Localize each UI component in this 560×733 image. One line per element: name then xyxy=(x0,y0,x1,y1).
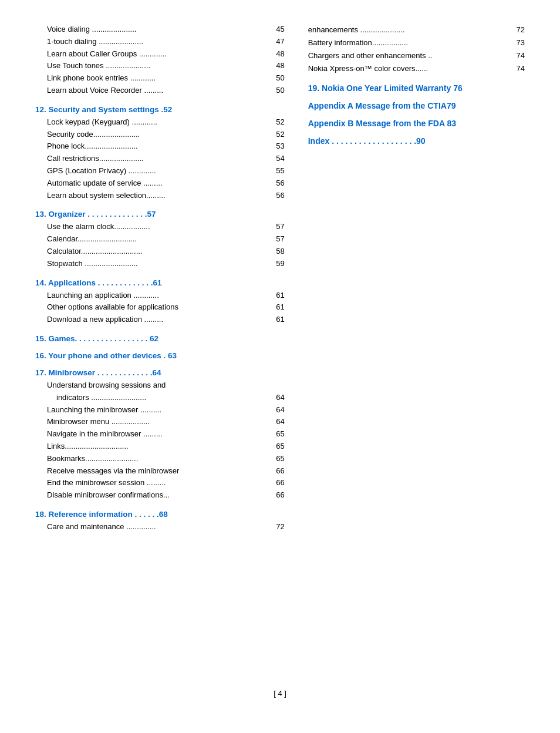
appendix-a-header: Appendix A Message from the CTIA79 xyxy=(308,101,525,110)
list-item: Chargers and other enhancements .. 74 xyxy=(308,49,525,62)
list-item: 1-touch dialing ..................... 47 xyxy=(35,36,285,48)
left-column: Voice dialing ..................... 45 1… xyxy=(35,23,296,671)
list-item: Bookmarks......................... 65 xyxy=(35,453,285,465)
section-header-12: 12. Security and System settings .52 xyxy=(35,105,285,114)
appendix-a: Appendix A Message from the CTIA79 xyxy=(308,101,525,110)
list-item: Links.............................. 65 xyxy=(35,441,285,453)
list-item: Security code...................... 52 xyxy=(35,129,285,141)
section-header-14: 14. Applications . . . . . . . . . . . .… xyxy=(35,278,285,287)
list-item: End the minibrowser session ......... 66 xyxy=(35,477,285,489)
section-19: 19. Nokia One Year Limited Warranty 76 xyxy=(308,83,525,93)
list-item: Lock keypad (Keyguard) ............ 52 xyxy=(35,116,285,129)
list-item: Learn about system selection......... 56 xyxy=(35,190,285,202)
section-17: 17. Minibrowser . . . . . . . . . . . . … xyxy=(35,368,285,502)
section-16: 16. Your phone and other devices . 63 xyxy=(35,351,285,360)
list-item: indicators .......................... 64 xyxy=(35,392,285,404)
list-item: Calculator............................. … xyxy=(35,246,285,258)
list-item: Learn about Voice Recorder ......... 50 xyxy=(35,85,285,97)
index-section: Index . . . . . . . . . . . . . . . . . … xyxy=(308,136,525,146)
list-item: GPS (Location Privacy) ............. 55 xyxy=(35,165,285,177)
list-item: Voice dialing ..................... 45 xyxy=(35,23,285,36)
section-13: 13. Organizer . . . . . . . . . . . . . … xyxy=(35,210,285,270)
list-item: Care and maintenance .............. 72 xyxy=(35,521,285,533)
right-top-items: enhancements ..................... 72 Ba… xyxy=(308,23,525,75)
list-item: Use the alarm clock................. 57 xyxy=(35,221,285,233)
section-12: 12. Security and System settings .52 Loc… xyxy=(35,105,285,202)
top-sub-items: Voice dialing ..................... 45 1… xyxy=(35,23,285,97)
list-item: Link phone book entries ............ 50 xyxy=(35,72,285,85)
section-header-13: 13. Organizer . . . . . . . . . . . . . … xyxy=(35,210,285,218)
list-item: Calendar............................ 57 xyxy=(35,233,285,246)
list-item: Learn about Caller Groups ............. … xyxy=(35,48,285,60)
list-item: Stopwatch ......................... 59 xyxy=(35,258,285,270)
section-header-16: 16. Your phone and other devices . 63 xyxy=(35,351,285,360)
list-item: Navigate in the minibrowser ......... 65 xyxy=(35,428,285,441)
list-item: enhancements ..................... 72 xyxy=(308,23,525,36)
appendix-b: Appendix B Message from the FDA 83 xyxy=(308,119,525,128)
section-header-19: 19. Nokia One Year Limited Warranty 76 xyxy=(308,83,525,93)
list-item: Battery information................. 73 xyxy=(308,36,525,49)
list-item: Launching an application ............ 61 xyxy=(35,290,285,302)
appendix-b-header: Appendix B Message from the FDA 83 xyxy=(308,119,525,128)
list-item: Call restrictions..................... 5… xyxy=(35,153,285,165)
list-item: Other options available for applications… xyxy=(35,301,285,314)
list-item: Understand browsing sessions and xyxy=(35,379,285,392)
section-18: 18. Reference information . . . . . .68 … xyxy=(35,510,285,533)
page-footer: [ 4 ] xyxy=(35,689,525,698)
section-header-15: 15. Games. . . . . . . . . . . . . . . .… xyxy=(35,334,285,343)
list-item: Phone lock......................... 53 xyxy=(35,140,285,153)
section-header-17: 17. Minibrowser . . . . . . . . . . . . … xyxy=(35,368,285,377)
index-header: Index . . . . . . . . . . . . . . . . . … xyxy=(308,136,525,146)
section-15: 15. Games. . . . . . . . . . . . . . . .… xyxy=(35,334,285,343)
list-item: Nokia Xpress-on™ color covers...... 74 xyxy=(308,62,525,75)
list-item: Disable minibrowser confirmations... 66 xyxy=(35,489,285,502)
section-header-18: 18. Reference information . . . . . .68 xyxy=(35,510,285,519)
list-item: Launching the minibrowser .......... 64 xyxy=(35,404,285,416)
list-item: Download a new application ......... 61 xyxy=(35,314,285,326)
list-item: Minibrowser menu .................. 64 xyxy=(35,416,285,428)
content-area: Voice dialing ..................... 45 1… xyxy=(35,23,525,671)
right-column: enhancements ..................... 72 Ba… xyxy=(296,23,525,671)
section-14: 14. Applications . . . . . . . . . . . .… xyxy=(35,278,285,326)
list-item: Automatic update of service ......... 56 xyxy=(35,177,285,190)
page: Voice dialing ..................... 45 1… xyxy=(0,0,560,733)
list-item: Receive messages via the minibrowser 66 xyxy=(35,465,285,478)
page-number: [ 4 ] xyxy=(274,689,286,698)
list-item: Use Touch tones ..................... 48 xyxy=(35,60,285,72)
